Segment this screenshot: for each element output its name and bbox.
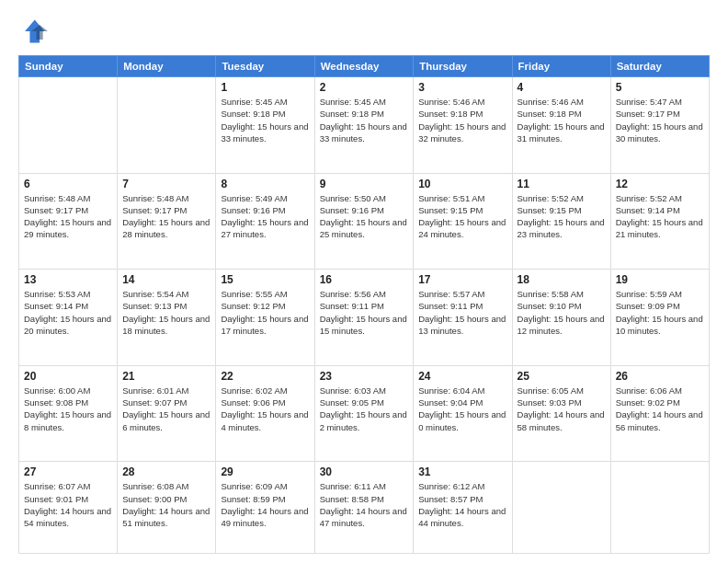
day-cell: 27Sunrise: 6:07 AMSunset: 9:01 PMDayligh…	[19, 462, 118, 554]
day-cell: 17Sunrise: 5:57 AMSunset: 9:11 PMDayligh…	[414, 270, 512, 366]
day-info: Sunrise: 5:45 AMSunset: 9:18 PMDaylight:…	[320, 96, 409, 144]
day-info: Sunrise: 5:48 AMSunset: 9:17 PMDaylight:…	[122, 192, 210, 241]
weekday-header-monday: Monday	[118, 56, 216, 77]
day-info: Sunrise: 6:06 AMSunset: 9:02 PMDaylight:…	[616, 385, 704, 433]
week-row-5: 27Sunrise: 6:07 AMSunset: 9:01 PMDayligh…	[19, 462, 710, 554]
day-number: 31	[418, 465, 506, 478]
day-info: Sunrise: 6:00 AMSunset: 9:08 PMDaylight:…	[24, 385, 112, 433]
day-cell: 5Sunrise: 5:47 AMSunset: 9:17 PMDaylight…	[610, 77, 709, 174]
day-cell: 28Sunrise: 6:08 AMSunset: 9:00 PMDayligh…	[118, 462, 216, 554]
day-info: Sunrise: 5:45 AMSunset: 9:18 PMDaylight:…	[221, 96, 309, 144]
logo	[18, 17, 51, 46]
day-cell: 24Sunrise: 6:04 AMSunset: 9:04 PMDayligh…	[414, 365, 512, 462]
week-row-1: 1Sunrise: 5:45 AMSunset: 9:18 PMDaylight…	[19, 77, 710, 174]
week-row-4: 20Sunrise: 6:00 AMSunset: 9:08 PMDayligh…	[19, 365, 710, 462]
day-cell: 11Sunrise: 5:52 AMSunset: 9:15 PMDayligh…	[512, 173, 610, 270]
day-number: 27	[24, 465, 112, 478]
day-info: Sunrise: 5:46 AMSunset: 9:18 PMDaylight:…	[518, 96, 606, 144]
day-number: 16	[320, 273, 409, 286]
day-number: 5	[616, 81, 704, 94]
day-cell: 25Sunrise: 6:05 AMSunset: 9:03 PMDayligh…	[512, 365, 610, 462]
day-number: 3	[418, 81, 506, 94]
day-info: Sunrise: 5:58 AMSunset: 9:10 PMDaylight:…	[518, 288, 606, 337]
day-cell: 30Sunrise: 6:11 AMSunset: 8:58 PMDayligh…	[314, 462, 414, 554]
day-cell: 1Sunrise: 5:45 AMSunset: 9:18 PMDaylight…	[216, 77, 314, 174]
day-info: Sunrise: 5:53 AMSunset: 9:14 PMDaylight:…	[24, 288, 112, 337]
day-info: Sunrise: 5:59 AMSunset: 9:09 PMDaylight:…	[616, 288, 704, 337]
day-info: Sunrise: 5:55 AMSunset: 9:12 PMDaylight:…	[221, 288, 309, 337]
day-cell: 7Sunrise: 5:48 AMSunset: 9:17 PMDaylight…	[118, 173, 216, 270]
day-cell: 13Sunrise: 5:53 AMSunset: 9:14 PMDayligh…	[19, 270, 118, 366]
day-number: 12	[616, 178, 704, 190]
day-info: Sunrise: 6:05 AMSunset: 9:03 PMDaylight:…	[518, 385, 606, 433]
weekday-header-row: SundayMondayTuesdayWednesdayThursdayFrid…	[19, 56, 710, 77]
day-number: 7	[122, 178, 210, 190]
day-cell: 23Sunrise: 6:03 AMSunset: 9:05 PMDayligh…	[314, 365, 414, 462]
day-info: Sunrise: 6:08 AMSunset: 9:00 PMDaylight:…	[122, 480, 210, 529]
day-number: 29	[221, 465, 309, 478]
day-cell: 14Sunrise: 5:54 AMSunset: 9:13 PMDayligh…	[118, 270, 216, 366]
day-number: 30	[320, 465, 409, 478]
weekday-header-wednesday: Wednesday	[314, 56, 414, 77]
day-cell: 18Sunrise: 5:58 AMSunset: 9:10 PMDayligh…	[512, 270, 610, 366]
day-cell: 20Sunrise: 6:00 AMSunset: 9:08 PMDayligh…	[19, 365, 118, 462]
day-info: Sunrise: 5:46 AMSunset: 9:18 PMDaylight:…	[418, 96, 506, 144]
day-cell	[118, 77, 216, 174]
day-cell	[19, 77, 118, 174]
calendar-table: SundayMondayTuesdayWednesdayThursdayFrid…	[18, 55, 710, 554]
day-info: Sunrise: 6:02 AMSunset: 9:06 PMDaylight:…	[221, 385, 309, 433]
day-cell: 12Sunrise: 5:52 AMSunset: 9:14 PMDayligh…	[610, 173, 709, 270]
day-info: Sunrise: 6:07 AMSunset: 9:01 PMDaylight:…	[24, 480, 112, 529]
day-info: Sunrise: 5:52 AMSunset: 9:14 PMDaylight:…	[616, 192, 704, 241]
day-cell: 29Sunrise: 6:09 AMSunset: 8:59 PMDayligh…	[216, 462, 314, 554]
weekday-header-tuesday: Tuesday	[216, 56, 314, 77]
weekday-header-thursday: Thursday	[414, 56, 512, 77]
day-number: 1	[221, 81, 309, 94]
day-number: 19	[616, 273, 704, 286]
weekday-header-saturday: Saturday	[610, 56, 709, 77]
day-number: 17	[418, 273, 506, 286]
header	[18, 17, 710, 46]
day-number: 18	[518, 273, 606, 286]
day-info: Sunrise: 6:04 AMSunset: 9:04 PMDaylight:…	[418, 385, 506, 433]
day-info: Sunrise: 5:50 AMSunset: 9:16 PMDaylight:…	[320, 192, 409, 241]
day-number: 4	[518, 81, 606, 94]
day-number: 11	[518, 178, 606, 190]
day-info: Sunrise: 5:49 AMSunset: 9:16 PMDaylight:…	[221, 192, 309, 241]
day-number: 14	[122, 273, 210, 286]
day-number: 26	[616, 370, 704, 383]
day-number: 21	[122, 370, 210, 383]
day-number: 15	[221, 273, 309, 286]
day-cell: 21Sunrise: 6:01 AMSunset: 9:07 PMDayligh…	[118, 365, 216, 462]
day-cell: 10Sunrise: 5:51 AMSunset: 9:15 PMDayligh…	[414, 173, 512, 270]
day-info: Sunrise: 5:54 AMSunset: 9:13 PMDaylight:…	[122, 288, 210, 337]
day-cell	[512, 462, 610, 554]
day-number: 8	[221, 178, 309, 190]
day-info: Sunrise: 5:51 AMSunset: 9:15 PMDaylight:…	[418, 192, 506, 241]
day-cell: 15Sunrise: 5:55 AMSunset: 9:12 PMDayligh…	[216, 270, 314, 366]
day-number: 20	[24, 370, 112, 383]
day-info: Sunrise: 6:01 AMSunset: 9:07 PMDaylight:…	[122, 385, 210, 433]
week-row-2: 6Sunrise: 5:48 AMSunset: 9:17 PMDaylight…	[19, 173, 710, 270]
day-cell: 22Sunrise: 6:02 AMSunset: 9:06 PMDayligh…	[216, 365, 314, 462]
day-info: Sunrise: 6:11 AMSunset: 8:58 PMDaylight:…	[320, 480, 409, 529]
day-info: Sunrise: 6:03 AMSunset: 9:05 PMDaylight:…	[320, 385, 409, 433]
day-info: Sunrise: 5:57 AMSunset: 9:11 PMDaylight:…	[418, 288, 506, 337]
day-info: Sunrise: 5:56 AMSunset: 9:11 PMDaylight:…	[320, 288, 409, 337]
day-cell: 31Sunrise: 6:12 AMSunset: 8:57 PMDayligh…	[414, 462, 512, 554]
day-number: 2	[320, 81, 409, 94]
day-info: Sunrise: 6:09 AMSunset: 8:59 PMDaylight:…	[221, 480, 309, 529]
day-cell: 16Sunrise: 5:56 AMSunset: 9:11 PMDayligh…	[314, 270, 414, 366]
day-cell: 6Sunrise: 5:48 AMSunset: 9:17 PMDaylight…	[19, 173, 118, 270]
weekday-header-sunday: Sunday	[19, 56, 118, 77]
day-cell: 19Sunrise: 5:59 AMSunset: 9:09 PMDayligh…	[610, 270, 709, 366]
day-info: Sunrise: 5:47 AMSunset: 9:17 PMDaylight:…	[616, 96, 704, 144]
page: SundayMondayTuesdayWednesdayThursdayFrid…	[0, 0, 728, 563]
day-number: 24	[418, 370, 506, 383]
weekday-header-friday: Friday	[512, 56, 610, 77]
day-cell: 4Sunrise: 5:46 AMSunset: 9:18 PMDaylight…	[512, 77, 610, 174]
day-number: 28	[122, 465, 210, 478]
day-number: 10	[418, 178, 506, 190]
day-number: 6	[24, 178, 112, 190]
day-number: 22	[221, 370, 309, 383]
